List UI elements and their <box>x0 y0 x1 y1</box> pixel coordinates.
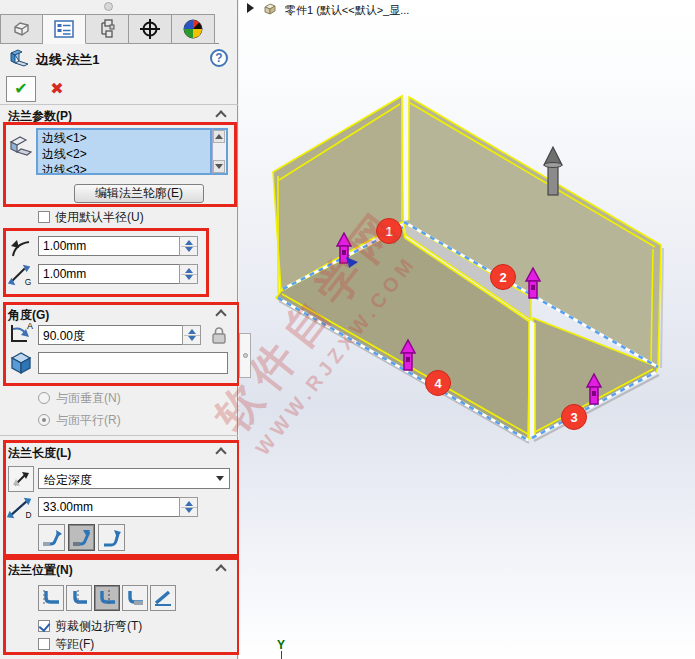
trim-side-bends-row[interactable]: 剪裁侧边折弯(T) <box>38 618 142 635</box>
svg-text:A: A <box>27 321 33 331</box>
position-bend-outside-button[interactable] <box>94 585 120 611</box>
lock-icon[interactable] <box>210 325 228 345</box>
panel-splitter[interactable] <box>239 333 251 378</box>
radio-normal-to-face-row[interactable]: 与面垂直(N) <box>38 390 121 407</box>
reverse-direction-icon <box>11 469 31 489</box>
list-item-edge1[interactable]: 边线<1> <box>38 130 210 146</box>
bend-radius-spinner[interactable] <box>179 236 198 256</box>
gap-distance-spinner[interactable] <box>179 264 198 284</box>
panel-collapse-handle[interactable] <box>104 2 113 11</box>
section-header-flange-position[interactable]: 法兰位置(N) <box>8 562 73 579</box>
tab-property-manager[interactable] <box>43 14 86 44</box>
list-item-edge2[interactable]: 边线<2> <box>38 146 210 162</box>
tangent-bend-icon <box>101 528 123 548</box>
list-item-edge3[interactable]: 边线<3> <box>38 162 210 175</box>
position-tangent-to-bend-button[interactable] <box>150 585 176 611</box>
use-default-radius-checkbox[interactable] <box>38 211 50 223</box>
scroll-down-button[interactable] <box>213 160 225 173</box>
divider <box>0 435 238 436</box>
tab-dimxpert-manager[interactable] <box>129 14 172 44</box>
length-from-virtual-sharp-button[interactable] <box>38 524 65 551</box>
use-default-radius-row[interactable]: 使用默认半径(U) <box>38 209 144 226</box>
bend-outside-icon <box>97 589 117 607</box>
depth-spinner[interactable] <box>179 497 198 517</box>
end-condition-dropdown[interactable]: 给定深度 <box>38 468 230 489</box>
tangent-to-bend-icon <box>153 589 173 607</box>
outer-virtual-sharp-icon <box>41 528 63 548</box>
offset-label: 等距(F) <box>55 637 94 651</box>
length-outer-virtual-sharp-button[interactable] <box>68 524 95 551</box>
balloon-2-number: 2 <box>499 270 506 285</box>
gap-distance-field[interactable]: 1.00mm <box>38 264 180 284</box>
inner-virtual-sharp-icon <box>71 528 93 548</box>
pm-title-row: 边线-法兰1 ? <box>0 48 238 72</box>
appearance-color-wheel-icon <box>182 18 204 40</box>
edge-select-icon <box>7 132 35 158</box>
angle-spinner[interactable] <box>182 325 201 345</box>
property-manager-panel: 边线-法兰1 ? ✔ ✖ 法兰参数(P) 边线<1> 边线<2> 边线<3> 编… <box>0 0 238 659</box>
use-default-radius-label: 使用默认半径(U) <box>55 210 144 224</box>
graphics-viewport[interactable]: 零件1 (默认<<默认>_显... <box>239 0 695 659</box>
tab-configuration-manager[interactable] <box>86 14 129 44</box>
svg-text:D: D <box>26 510 32 520</box>
list-scrollbar[interactable] <box>212 128 228 175</box>
position-material-outside-button[interactable] <box>66 585 92 611</box>
angle-field[interactable]: 90.00度 <box>38 325 183 345</box>
length-tangent-bend-button[interactable] <box>98 524 125 551</box>
balloon-3-number: 3 <box>570 410 577 425</box>
dimxpert-target-icon <box>139 18 161 40</box>
gap-distance-icon: G <box>6 262 34 288</box>
radio-parallel-label: 与面平行(R) <box>56 413 121 427</box>
balloon-4-number: 4 <box>434 376 442 391</box>
section-header-flange-length[interactable]: 法兰长度(L) <box>8 445 71 462</box>
radio-normal-to-face[interactable] <box>38 392 50 404</box>
property-manager-icon <box>54 20 74 38</box>
radio-normal-label: 与面垂直(N) <box>56 391 121 405</box>
bend-virtual-sharp-icon <box>125 589 145 607</box>
tab-feature-manager[interactable] <box>0 14 43 44</box>
trim-side-bends-checkbox[interactable] <box>38 620 50 632</box>
dropdown-arrow-icon <box>216 476 224 481</box>
edge-flange-icon <box>8 49 32 69</box>
help-icon[interactable]: ? <box>210 49 228 67</box>
flange-gap-front <box>529 320 535 438</box>
model-canvas[interactable]: 1 2 3 4 <box>239 0 695 659</box>
part-icon <box>11 19 33 39</box>
position-material-inside-button[interactable] <box>38 585 64 611</box>
balloon-1-number: 1 <box>385 224 392 239</box>
flange-depth-icon: D <box>6 495 34 521</box>
divider <box>0 104 238 105</box>
cancel-button[interactable]: ✖ <box>46 78 68 100</box>
solidworks-window: 边线-法兰1 ? ✔ ✖ 法兰参数(P) 边线<1> 边线<2> 边线<3> 编… <box>0 0 695 659</box>
edge-selection-list[interactable]: 边线<1> 边线<2> 边线<3> <box>36 128 212 175</box>
bend-radius-icon <box>7 235 35 261</box>
face-select-icon <box>7 350 35 376</box>
offset-row[interactable]: 等距(F) <box>38 636 94 653</box>
depth-field[interactable]: 33.00mm <box>38 497 180 517</box>
ok-button[interactable]: ✔ <box>6 76 36 102</box>
edge-shadow <box>661 248 663 368</box>
y-axis-line <box>281 651 282 659</box>
face-select-box[interactable] <box>38 352 228 374</box>
radio-parallel-to-face-row[interactable]: 与面平行(R) <box>38 412 121 429</box>
tab-display-manager[interactable] <box>172 14 215 44</box>
end-condition-value: 给定深度 <box>44 473 92 487</box>
y-axis-label: Y <box>277 638 285 652</box>
collapse-caret-params[interactable] <box>215 110 226 121</box>
material-outside-icon <box>69 589 89 607</box>
bend-radius-field[interactable]: 1.00mm <box>38 236 180 256</box>
position-bend-from-virtual-sharp-button[interactable] <box>122 585 148 611</box>
flange-angle-icon: A <box>7 321 35 347</box>
svg-text:G: G <box>25 277 32 287</box>
edit-flange-profile-button[interactable]: 编辑法兰轮廓(E) <box>74 184 204 203</box>
radio-parallel-to-face[interactable] <box>38 414 50 426</box>
offset-checkbox[interactable] <box>38 638 50 650</box>
pm-title: 边线-法兰1 <box>36 51 100 69</box>
scroll-up-button[interactable] <box>213 130 225 143</box>
material-inside-icon <box>41 589 61 607</box>
manager-tab-bar <box>0 14 219 44</box>
splitter-grip-icon <box>243 353 248 358</box>
trim-side-bends-label: 剪裁侧边折弯(T) <box>55 619 142 633</box>
reverse-direction-button[interactable] <box>8 466 34 492</box>
configuration-tree-icon <box>97 19 117 39</box>
